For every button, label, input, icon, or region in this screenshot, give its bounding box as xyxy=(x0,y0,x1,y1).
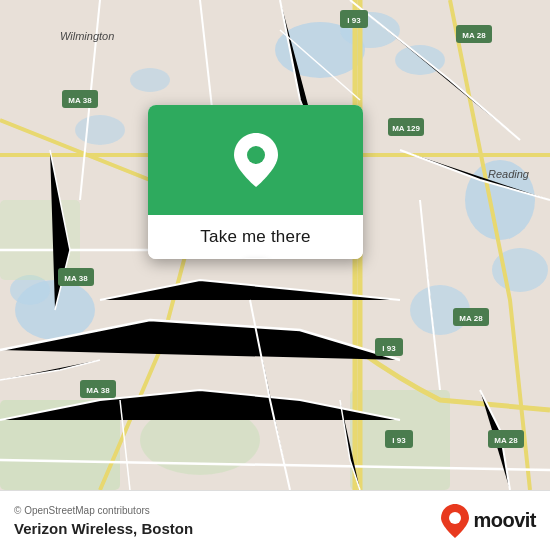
popup-header xyxy=(148,105,363,215)
svg-point-47 xyxy=(449,512,461,524)
svg-text:MA 129: MA 129 xyxy=(392,124,420,133)
svg-point-46 xyxy=(247,146,265,164)
moovit-brand-text: moovit xyxy=(473,509,536,532)
moovit-pin-icon xyxy=(441,504,469,538)
attribution-text: © OpenStreetMap contributors xyxy=(14,505,441,516)
svg-text:MA 28: MA 28 xyxy=(462,31,486,40)
svg-text:Reading: Reading xyxy=(488,168,530,180)
svg-text:I 93: I 93 xyxy=(382,344,396,353)
location-popup[interactable]: Take me there xyxy=(148,105,363,259)
svg-text:I 93: I 93 xyxy=(392,436,406,445)
svg-text:I 93: I 93 xyxy=(347,16,361,25)
popup-tail xyxy=(244,258,268,259)
bottom-info: © OpenStreetMap contributors Verizon Wir… xyxy=(14,505,441,537)
svg-text:MA 28: MA 28 xyxy=(459,314,483,323)
popup-button[interactable]: Take me there xyxy=(148,215,363,259)
svg-text:Wilmington: Wilmington xyxy=(60,30,114,42)
svg-text:MA 38: MA 38 xyxy=(68,96,92,105)
svg-text:MA 28: MA 28 xyxy=(494,436,518,445)
svg-point-10 xyxy=(130,68,170,92)
svg-text:MA 38: MA 38 xyxy=(64,274,88,283)
bottom-bar: © OpenStreetMap contributors Verizon Wir… xyxy=(0,490,550,550)
svg-text:MA 38: MA 38 xyxy=(86,386,110,395)
moovit-logo: moovit xyxy=(441,504,536,538)
map-container: I 93 MA 129 MA 129 MA 38 MA 38 MA 38 MA … xyxy=(0,0,550,490)
location-name: Verizon Wireless, Boston xyxy=(14,520,441,537)
svg-point-9 xyxy=(75,115,125,145)
location-pin-icon xyxy=(234,133,278,187)
